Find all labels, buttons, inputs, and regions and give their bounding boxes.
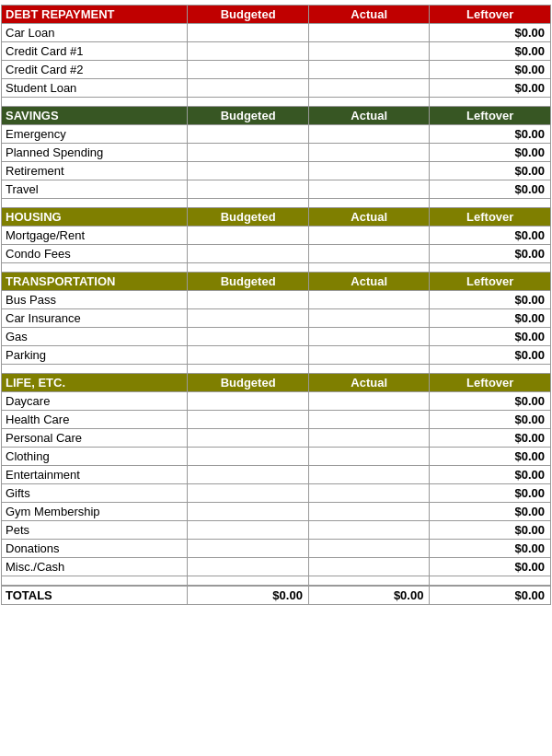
row-actual-4-3[interactable] [308,448,430,466]
row-leftover-3-2: $0.00 [430,328,551,346]
row-label-2-1: Condo Fees [2,245,188,263]
row-leftover-4-8: $0.00 [430,540,551,558]
row-actual-2-1[interactable] [308,245,430,263]
row-budgeted-4-2[interactable] [188,429,309,448]
table-row: Credit Card #1$0.00 [2,42,551,61]
row-actual-4-9[interactable] [308,558,430,576]
section-leftover-header-0: Leftover [430,6,551,24]
row-label-2-0: Mortgage/Rent [2,227,188,245]
row-budgeted-3-0[interactable] [188,291,309,309]
row-actual-3-3[interactable] [308,346,430,365]
row-actual-4-1[interactable] [308,411,430,429]
row-budgeted-0-1[interactable] [188,42,309,61]
row-actual-3-2[interactable] [308,328,430,346]
row-label-1-0: Emergency [2,125,188,144]
row-leftover-1-1: $0.00 [430,144,551,162]
row-budgeted-4-0[interactable] [188,392,309,411]
table-row: Health Care$0.00 [2,411,551,429]
table-row: Credit Card #2$0.00 [2,61,551,79]
row-budgeted-1-0[interactable] [188,125,309,144]
row-leftover-1-3: $0.00 [430,180,551,199]
row-leftover-1-0: $0.00 [430,125,551,144]
table-row: Entertainment$0.00 [2,466,551,484]
row-actual-4-8[interactable] [308,540,430,558]
row-actual-4-5[interactable] [308,484,430,503]
pre-totals-spacer [2,576,551,586]
row-label-4-7: Pets [2,521,188,540]
row-budgeted-4-3[interactable] [188,448,309,466]
section-title-3: TRANSPORTATION [2,273,188,291]
section-leftover-header-2: Leftover [430,208,551,227]
section-title-1: SAVINGS [2,107,188,125]
row-actual-4-4[interactable] [308,466,430,484]
section-actual-header-3: Actual [308,273,430,291]
table-row: Retirement$0.00 [2,162,551,180]
row-budgeted-1-3[interactable] [188,180,309,199]
row-leftover-4-0: $0.00 [430,392,551,411]
row-budgeted-2-1[interactable] [188,245,309,263]
row-budgeted-0-3[interactable] [188,79,309,98]
table-row: Pets$0.00 [2,521,551,540]
row-leftover-3-0: $0.00 [430,291,551,309]
row-actual-1-1[interactable] [308,144,430,162]
table-row: Gas$0.00 [2,328,551,346]
row-label-1-1: Planned Spending [2,144,188,162]
row-actual-4-7[interactable] [308,521,430,540]
row-actual-4-2[interactable] [308,429,430,448]
section-leftover-header-3: Leftover [430,273,551,291]
row-budgeted-1-2[interactable] [188,162,309,180]
row-label-1-3: Travel [2,180,188,199]
row-leftover-2-0: $0.00 [430,227,551,245]
table-row: Gym Membership$0.00 [2,503,551,521]
row-leftover-4-6: $0.00 [430,503,551,521]
row-leftover-4-3: $0.00 [430,448,551,466]
row-label-4-1: Health Care [2,411,188,429]
row-label-4-8: Donations [2,540,188,558]
row-actual-4-0[interactable] [308,392,430,411]
table-row: Student Loan$0.00 [2,79,551,98]
table-row: Travel$0.00 [2,180,551,199]
row-actual-3-0[interactable] [308,291,430,309]
row-budgeted-0-2[interactable] [188,61,309,79]
row-budgeted-3-2[interactable] [188,328,309,346]
row-actual-0-2[interactable] [308,61,430,79]
row-budgeted-1-1[interactable] [188,144,309,162]
section-budgeted-header-1: Budgeted [188,107,309,125]
row-budgeted-4-8[interactable] [188,540,309,558]
row-leftover-1-2: $0.00 [430,162,551,180]
row-actual-1-3[interactable] [308,180,430,199]
row-leftover-0-1: $0.00 [430,42,551,61]
row-budgeted-0-0[interactable] [188,24,309,42]
row-actual-1-2[interactable] [308,162,430,180]
row-label-0-3: Student Loan [2,79,188,98]
row-actual-2-0[interactable] [308,227,430,245]
row-actual-4-6[interactable] [308,503,430,521]
row-label-4-9: Misc./Cash [2,558,188,576]
row-budgeted-4-5[interactable] [188,484,309,503]
table-row: Misc./Cash$0.00 [2,558,551,576]
section-leftover-header-1: Leftover [430,107,551,125]
row-actual-0-1[interactable] [308,42,430,61]
row-budgeted-3-1[interactable] [188,309,309,328]
row-actual-3-1[interactable] [308,309,430,328]
section-actual-header-0: Actual [308,6,430,24]
row-budgeted-4-7[interactable] [188,521,309,540]
section-actual-header-4: Actual [308,374,430,392]
totals-row: TOTALS$0.00$0.00$0.00 [2,586,551,605]
totals-leftover: $0.00 [430,586,551,605]
table-row: Donations$0.00 [2,540,551,558]
row-budgeted-2-0[interactable] [188,227,309,245]
row-budgeted-4-9[interactable] [188,558,309,576]
row-budgeted-4-4[interactable] [188,466,309,484]
section-actual-header-1: Actual [308,107,430,125]
row-leftover-2-1: $0.00 [430,245,551,263]
row-budgeted-4-6[interactable] [188,503,309,521]
section-budgeted-header-3: Budgeted [188,273,309,291]
row-budgeted-3-3[interactable] [188,346,309,365]
row-actual-0-3[interactable] [308,79,430,98]
row-actual-1-0[interactable] [308,125,430,144]
row-budgeted-4-1[interactable] [188,411,309,429]
row-actual-0-0[interactable] [308,24,430,42]
table-row: Parking$0.00 [2,346,551,365]
row-leftover-3-1: $0.00 [430,309,551,328]
